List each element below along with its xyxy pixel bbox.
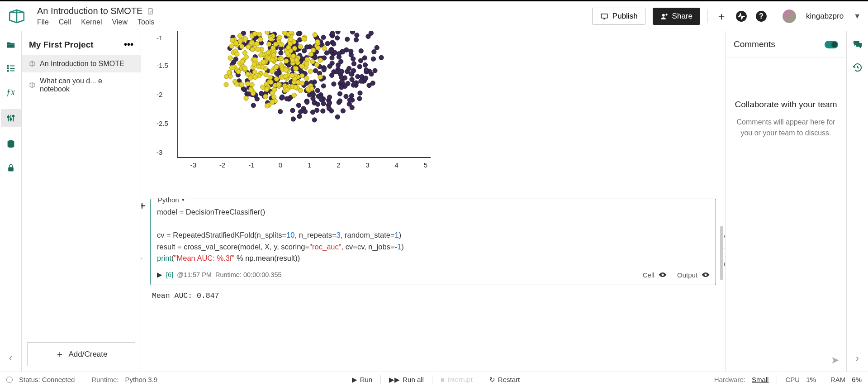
svg-point-308 [327,95,332,99]
cell-language-label[interactable]: Python ▼ [155,195,188,205]
menu-kernel[interactable]: Kernel [81,18,102,26]
app-logo[interactable] [7,7,26,26]
user-avatar[interactable] [783,10,796,23]
hardware-value[interactable]: Small [752,376,769,383]
svg-point-76 [332,81,336,86]
play-icon[interactable]: ▶ [157,270,162,280]
notebook-content[interactable]: -1 -1.5 -2 -2.5 -3 -3 -2 -1 0 1 2 3 4 5 … [141,31,725,372]
database-icon[interactable] [5,138,17,151]
menu-file[interactable]: File [37,18,49,26]
cell-visibility-icon[interactable] [658,272,666,278]
collapse-left-icon[interactable]: ‹ [5,352,17,364]
svg-point-295 [321,109,325,113]
notebook-title[interactable]: An Introduction to SMOTE [37,6,142,16]
hardware-label: Hardware: [714,376,745,383]
history-rail-icon[interactable] [852,62,863,73]
menu-view[interactable]: View [112,18,128,26]
svg-point-81 [291,117,295,121]
svg-point-30 [351,62,356,66]
runtime-value[interactable]: Python 3.9 [125,376,157,383]
menu-cell[interactable]: Cell [59,18,71,26]
svg-point-530 [261,60,266,64]
menu-tools[interactable]: Tools [138,18,154,26]
svg-point-293 [344,94,348,99]
svg-point-38 [279,51,283,55]
collapse-right-icon[interactable]: › [856,353,859,364]
svg-point-532 [243,37,248,41]
share-button[interactable]: Share [653,8,700,25]
code-content[interactable]: model = DecisionTreeClassifier() cv = Re… [157,206,709,264]
svg-point-538 [270,69,274,73]
add-icon[interactable]: ＋ [715,10,728,23]
svg-point-82 [337,91,342,96]
svg-point-553 [242,66,247,71]
sidebar-item-current[interactable]: An Introduction to SMOTE [22,55,141,72]
username[interactable]: kingabzpro [806,12,844,21]
svg-point-563 [705,274,707,276]
send-icon[interactable]: ➤ [831,354,839,366]
svg-point-348 [263,94,268,99]
settings-sliders-icon[interactable] [1,109,21,127]
publish-button[interactable]: Publish [592,8,645,25]
svg-point-505 [235,52,239,56]
comments-toggle[interactable] [825,41,838,48]
cell-gutter-top[interactable]: •••＋ [141,199,147,212]
svg-point-541 [283,74,288,78]
code-cell[interactable]: •••＋ ＋ Python ▼ model = DecisionTreeClas… [150,199,716,300]
svg-point-517 [245,72,250,76]
svg-rect-1 [601,14,607,18]
svg-point-547 [286,45,291,49]
cell-code-box[interactable]: Python ▼ model = DecisionTreeClassifier(… [150,199,716,285]
secrets-lock-icon[interactable] [5,162,17,174]
svg-point-549 [293,85,298,89]
svg-point-215 [357,96,362,101]
svg-point-321 [321,84,326,88]
user-dropdown-caret[interactable]: ▼ [854,12,861,20]
project-menu-icon[interactable]: ••• [124,39,133,50]
sidebar-item-label: An Introduction to SMOTE [40,60,124,68]
notebook-icon [29,82,35,88]
add-create-button[interactable]: ＋Add/Create [27,342,135,366]
svg-point-526 [265,104,269,108]
svg-point-434 [310,59,315,64]
comments-rail-icon[interactable] [852,39,863,50]
svg-point-452 [264,87,269,91]
trash-icon[interactable] [723,246,725,255]
sidebar-item-other[interactable]: What can you d... e notebook [22,72,141,98]
svg-point-228 [259,91,263,96]
svg-point-154 [358,58,363,63]
restart-button[interactable]: ↻ Restart [489,376,520,384]
svg-point-272 [375,45,379,50]
top-bar: An Introduction to SMOTE File Cell Kerne… [0,1,868,31]
comment-icon[interactable] [723,261,725,270]
svg-point-23 [358,91,362,95]
y-tick: -1 [157,33,162,41]
x-tick: 1 [308,161,311,169]
svg-point-325 [303,109,307,114]
svg-point-470 [240,82,244,87]
interrupt-button[interactable]: ■ Interrupt [441,376,473,383]
outline-icon[interactable] [5,62,17,75]
link-icon[interactable] [723,230,725,239]
svg-point-406 [298,44,303,49]
svg-point-260 [350,105,354,110]
cell-add-below[interactable]: ＋ [141,251,144,265]
files-icon[interactable] [5,38,17,51]
svg-point-370 [240,44,244,49]
scrollbar-thumb[interactable] [720,226,723,280]
functions-icon[interactable]: ƒx [5,86,17,98]
x-tick: 4 [394,161,398,169]
svg-point-458 [277,35,282,39]
svg-point-562 [661,274,664,276]
svg-point-484 [294,57,299,62]
ram-label: RAM [830,376,845,383]
svg-point-514 [270,57,275,62]
svg-point-312 [347,98,352,102]
run-all-button[interactable]: ▶▶ Run all [389,376,424,384]
svg-point-119 [327,100,332,105]
activity-icon[interactable] [735,10,748,23]
run-button[interactable]: ▶ Run [352,376,373,384]
svg-point-416 [268,75,272,80]
output-visibility-icon[interactable] [701,272,709,278]
help-icon[interactable]: ? [755,10,768,23]
